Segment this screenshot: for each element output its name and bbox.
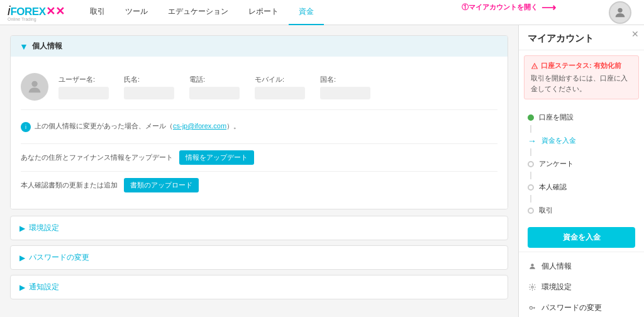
step-dot-survey bbox=[528, 161, 534, 167]
sidebar-title: マイアカウント bbox=[519, 25, 644, 50]
sidebar-item-env[interactable]: 環境設定 bbox=[519, 277, 644, 298]
phone-label: 電話: bbox=[189, 75, 240, 84]
step-dot-id bbox=[528, 184, 534, 191]
account-button[interactable] bbox=[609, 1, 631, 24]
step-survey: アンケート bbox=[528, 156, 635, 172]
account-icon bbox=[613, 6, 627, 19]
notify-section[interactable]: ▶ 通知設定 bbox=[10, 275, 508, 299]
step-trade: 取引 bbox=[528, 203, 635, 218]
step-survey-label: アンケート bbox=[539, 159, 574, 169]
sidebar-item-password[interactable]: パスワードの変更 bbox=[519, 298, 644, 317]
personal-info-section: ▼ 個人情報 ユーザー名: bbox=[10, 35, 508, 209]
env-label: 環境設定 bbox=[29, 223, 59, 233]
sidebar: ✕ マイアカウント 口座ステータス: 有効化前 取引を開始するには、口座に入金し… bbox=[518, 25, 644, 317]
personal-info-body: ユーザー名: 氏名: 電話: bbox=[11, 57, 508, 209]
info-note2: ）。 bbox=[226, 122, 240, 130]
step-deposit: → 資金を入金 bbox=[528, 133, 635, 148]
sidebar-env-label: 環境設定 bbox=[541, 282, 572, 292]
update-row: あなたの住所とファイナンス情報をアップデート 情報をアップデート bbox=[21, 143, 497, 171]
upload-row: 本人確認書類の更新または追加 書類のアップロード bbox=[21, 171, 497, 199]
info-email-link[interactable]: cs-jp@iforex.com bbox=[173, 122, 226, 130]
step-dot-deposit: → bbox=[528, 136, 536, 145]
deposit-button[interactable]: 資金を入金 bbox=[528, 227, 635, 248]
step-id-label: 本人確認 bbox=[539, 182, 567, 192]
pass-label: パスワードの変更 bbox=[29, 252, 89, 263]
status-label-text: 口座ステータス: 有効化前 bbox=[541, 61, 621, 70]
personal-info-header[interactable]: ▼ 個人情報 bbox=[11, 36, 508, 57]
sidebar-steps: 口座を開設 → 資金を入金 アンケート 本人確認 bbox=[519, 104, 644, 223]
profile-row: ユーザー名: 氏名: 電話: bbox=[21, 67, 497, 110]
upload-text: 本人確認書類の更新または追加 bbox=[21, 181, 118, 190]
nav-trading[interactable]: 取引 bbox=[80, 0, 115, 25]
svg-point-6 bbox=[530, 306, 532, 309]
upload-button[interactable]: 書類のアップロード bbox=[124, 178, 199, 192]
sidebar-item-personal[interactable]: 個人情報 bbox=[519, 256, 644, 277]
avatar bbox=[21, 73, 48, 101]
step-dot-account bbox=[528, 114, 534, 121]
logo-k: ✕✕ bbox=[46, 4, 65, 18]
key-icon bbox=[528, 304, 536, 313]
chevron-right-icon3: ▶ bbox=[19, 283, 25, 292]
step-line bbox=[530, 125, 531, 133]
profile-fields: ユーザー名: 氏名: 電話: bbox=[58, 75, 497, 99]
content-area: ▼ 個人情報 ユーザー名: bbox=[0, 25, 518, 317]
update-text: あなたの住所とファイナンス情報をアップデート bbox=[21, 153, 173, 162]
step-line2 bbox=[530, 148, 531, 156]
field-name: 氏名: bbox=[124, 75, 174, 99]
name-label: 氏名: bbox=[124, 75, 174, 84]
svg-rect-2 bbox=[535, 65, 535, 67]
sidebar-nav: 個人情報 環境設定 パスワードの変更 bbox=[519, 252, 644, 317]
chevron-right-icon: ▶ bbox=[19, 224, 25, 233]
annotation-top: ①マイアカウントを開く ⟶ bbox=[462, 1, 556, 13]
step-line3 bbox=[530, 172, 531, 179]
nav-tools[interactable]: ツール bbox=[115, 0, 158, 25]
sidebar-personal-label: 個人情報 bbox=[541, 261, 572, 272]
info-icon: i bbox=[21, 122, 31, 132]
env-section[interactable]: ▶ 環境設定 bbox=[10, 216, 508, 240]
username-value bbox=[58, 87, 109, 99]
sidebar-password-label: パスワードの変更 bbox=[541, 303, 602, 313]
info-note: i 上の個人情報に変更があった場合、メール（cs-jp@iforex.com）。 bbox=[21, 118, 497, 136]
svg-rect-3 bbox=[535, 68, 535, 69]
chevron-down-icon: ▼ bbox=[19, 42, 28, 52]
step-deposit-label: 資金を入金 bbox=[541, 136, 576, 145]
status-text: 取引を開始するには、口座に入金してください。 bbox=[531, 73, 632, 94]
step-trade-label: 取引 bbox=[539, 206, 553, 215]
field-phone: 電話: bbox=[189, 75, 240, 99]
step-dot-trade bbox=[528, 208, 534, 214]
field-country: 国名: bbox=[320, 75, 370, 99]
arrow-right-icon: ⟶ bbox=[541, 1, 556, 13]
nav-funds[interactable]: 資金 bbox=[289, 0, 324, 25]
step-id: 本人確認 bbox=[528, 179, 635, 195]
settings-icon bbox=[528, 283, 536, 292]
nav-report[interactable]: レポート bbox=[238, 0, 289, 25]
chevron-right-icon2: ▶ bbox=[19, 253, 25, 262]
country-label: 国名: bbox=[320, 75, 370, 84]
mobile-value bbox=[255, 87, 305, 99]
mobile-label: モバイル: bbox=[255, 75, 305, 84]
step-account-label: 口座を開設 bbox=[539, 113, 574, 122]
logo-sub: Online Trading bbox=[8, 17, 65, 21]
update-button[interactable]: 情報をアップデート bbox=[179, 150, 254, 165]
svg-point-5 bbox=[531, 286, 533, 288]
status-label: 口座ステータス: 有効化前 bbox=[531, 61, 632, 70]
svg-point-4 bbox=[531, 264, 533, 266]
password-section[interactable]: ▶ パスワードの変更 bbox=[10, 245, 508, 270]
close-button[interactable]: ✕ bbox=[631, 29, 639, 39]
info-text: 上の個人情報に変更があった場合、メール（cs-jp@iforex.com）。 bbox=[35, 121, 240, 131]
name-value bbox=[124, 87, 174, 99]
info-note-text: 上の個人情報に変更があった場合、メール（ bbox=[35, 122, 173, 130]
svg-point-0 bbox=[618, 8, 622, 12]
status-banner: 口座ステータス: 有効化前 取引を開始するには、口座に入金してください。 bbox=[524, 55, 639, 99]
personal-info-label: 個人情報 bbox=[32, 41, 62, 52]
phone-value bbox=[189, 87, 240, 99]
main-layout: ▼ 個人情報 ユーザー名: bbox=[0, 25, 644, 317]
field-username: ユーザー名: bbox=[58, 75, 109, 99]
username-label: ユーザー名: bbox=[58, 75, 109, 84]
annotation-top-text: ①マイアカウントを開く bbox=[462, 3, 538, 12]
notify-label: 通知設定 bbox=[29, 282, 59, 292]
step-line4 bbox=[530, 195, 531, 203]
nav-education[interactable]: エデュケーション bbox=[158, 0, 238, 25]
country-value bbox=[320, 87, 370, 99]
field-mobile: モバイル: bbox=[255, 75, 305, 99]
